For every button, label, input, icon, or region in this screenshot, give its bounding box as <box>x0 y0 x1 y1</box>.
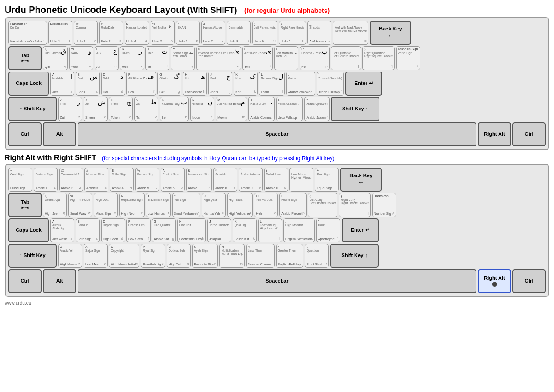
key[interactable]: &Ampersand Sign Arabic 7 7 <box>186 168 212 192</box>
key[interactable]: $Dollar Sign Arabic 4 4 <box>110 168 134 192</box>
key[interactable]: SSad س Seen s <box>76 72 100 96</box>
key[interactable]: _Shadda Alef Hamza - <box>307 21 331 45</box>
key[interactable]: DDigree Sign High Seen d <box>101 218 125 242</box>
key[interactable]: *Asterisk Arabic 8 8 <box>213 168 237 192</box>
key[interactable]: -Low-MinusHyphen-Minus - <box>289 168 313 192</box>
key[interactable]: PDamma - Pesh پ Peh p <box>300 46 329 70</box>
key[interactable]: EAS ع Ain e <box>95 46 119 70</box>
key[interactable]: ZThal ز Zain z <box>58 97 82 121</box>
key[interactable]: NGhunna ن Noon n <box>190 97 214 121</box>
key[interactable]: UHigh Qala Hamza Yeh u <box>202 193 226 217</box>
key[interactable]: {Left CurlyLeft Ornate Bracket [ <box>308 193 337 217</box>
key[interactable]: Caps Lock <box>8 72 49 96</box>
key[interactable]: DDdal د Dal d <box>101 72 125 96</box>
key[interactable]: YYen Sign Small Yehbaree y <box>172 193 200 217</box>
key[interactable]: (Left Parenthesis Urdu 9 9 <box>252 21 277 45</box>
key[interactable]: LRehmat Sign ل Laam l <box>259 72 285 96</box>
key[interactable]: Tab⇤⇥ <box>8 46 42 70</box>
key[interactable]: JDad ج Jeem j <box>208 72 232 96</box>
key[interactable]: SSala Lig. Safa Sign s <box>76 218 100 242</box>
key[interactable]: HOne Half Dochashmi Hey h <box>177 218 206 242</box>
key[interactable]: Ctrl <box>8 269 42 293</box>
key[interactable]: KQala Lig. Salish Kaf k <box>233 218 257 242</box>
key[interactable]: RRReh ر Reh r <box>120 46 144 70</box>
key[interactable]: ↑ Shift Key <box>8 244 57 268</box>
key[interactable]: %Percent Sign Arabic 5 5 <box>135 168 159 192</box>
key[interactable]: Alt <box>43 122 76 146</box>
key[interactable]: )Right Parenthesis Urdu 0 0 <box>279 21 306 45</box>
key[interactable]: BDotless Beh High Tah b <box>167 244 191 268</box>
key[interactable]: TTteh ت Teh t <box>145 46 169 70</box>
key[interactable]: Spacebar <box>78 269 476 293</box>
key[interactable]: $Hamza Isolated Urdu 4 4 <box>125 21 149 45</box>
key[interactable]: %Yeh Nukta ۓ Urdu 5 5 <box>151 21 175 45</box>
key[interactable]: MAlif Hamza Below م Meem m <box>216 97 247 121</box>
key[interactable]: GGhain گ Gaf g <box>157 72 181 96</box>
key[interactable]: }Right CurlyRight Ornate Bracket ] <box>339 193 371 217</box>
key[interactable]: RRegistered Sign High Noon r <box>119 193 144 217</box>
key[interactable]: Backslash Number Sign \ <box>372 193 396 217</box>
key[interactable]: ^SAAN Urdu 6 6 <box>176 21 200 45</box>
key[interactable]: Tab⇤⇥ <box>8 193 42 217</box>
key[interactable]: Enter ↵ <box>342 218 379 242</box>
key[interactable]: HHah ھ Dochashme h <box>183 72 207 96</box>
key[interactable]: UInverted Damma Ulta PeshYeh Hamza ئ u <box>196 46 241 70</box>
key[interactable]: CCopyright High Meem Initial c <box>109 244 139 268</box>
key[interactable]: NAyah Sign Footnote Sign n <box>192 244 218 268</box>
key[interactable]: IAlef Kada Zabar ی Yeh i <box>242 46 273 70</box>
key[interactable]: ZArabic Yeh High Meem z <box>58 244 82 268</box>
key[interactable]: Right Alt <box>478 122 511 146</box>
key[interactable]: Shift Key ↑ <box>330 244 379 268</box>
key[interactable]: }Right QuotationRight Square Bracket ] <box>362 46 395 70</box>
key[interactable]: Ctrl <box>8 122 42 146</box>
key[interactable]: Ctrl <box>512 122 546 146</box>
key[interactable]: ~Cent Sign RubelHigh <box>8 168 32 192</box>
key[interactable]: ?Question Front Slash / <box>305 244 329 268</box>
key[interactable]: &Hamza Above Urdu 7 7 <box>201 21 225 45</box>
key[interactable]: AControl Sign Arabic 6 6 <box>161 168 185 192</box>
key[interactable]: ↑ Shift Key <box>8 97 57 121</box>
key[interactable]: Shift Key ↑ <box>331 97 379 121</box>
key[interactable]: LLaamalf Lig.High Laamaif l <box>258 218 282 242</box>
key[interactable]: OTeh Marbuta Heh o <box>254 193 278 217</box>
key[interactable]: OTeh MarbutaHeh Gol ہ o <box>274 46 298 70</box>
key[interactable]: "Tatweel (Kashish) Arabic Fullstop ' <box>317 72 344 96</box>
key[interactable]: AMaddah ا Alef a <box>50 72 74 96</box>
key[interactable]: EHigh Dots Misra Sign e <box>94 193 118 217</box>
key[interactable]: YSanah SignYeh Barree ے y <box>171 46 195 70</box>
key[interactable]: Fathatah orDo Zer Kasratah or\nDo Zabar … <box>8 21 47 45</box>
key[interactable]: )Doted Line Arabic 0 0 <box>264 168 288 192</box>
key[interactable]: VRiyal Sign Bismillah Lig. v <box>141 244 165 268</box>
key[interactable]: AAuteraAllah Lig. Alef Wasla a <box>50 218 74 242</box>
key[interactable]: [Left QuotationLeft Square Bracket [ <box>331 46 361 70</box>
key[interactable]: Exclamation Urdu 1 1 <box>48 21 72 45</box>
key[interactable]: @Comma Urdu 2 2 <box>74 21 98 45</box>
key[interactable]: >Greater-Then English Fullstop . <box>276 244 304 268</box>
key[interactable]: "Qout Apostrophe ' <box>316 218 340 242</box>
key[interactable]: QUrdu Jazam ق Qaf q <box>43 46 68 70</box>
key[interactable]: IHigh Salla High Yehbaree i <box>227 193 253 217</box>
key[interactable]: <Less-Then Number Comma , <box>246 244 275 268</box>
key[interactable]: JThree Quarters Jalajalal j <box>207 218 231 242</box>
key[interactable]: Right Alt⚫ <box>478 269 511 293</box>
key[interactable]: XJeh ش Sheen x <box>84 97 108 121</box>
key[interactable]: VZah ط Tah v <box>134 97 158 121</box>
key[interactable]: Alt <box>43 269 76 293</box>
key[interactable]: MMultiplicationMuhammad Lig. m <box>219 244 245 268</box>
key[interactable]: KKhah ک Kaf k <box>234 72 258 96</box>
key[interactable]: +Plus Sign Equal Sign = <box>315 168 339 192</box>
key[interactable]: PPound Sign Arabic Percent p <box>279 193 306 217</box>
key[interactable]: :High Maddah English Semicolon ; <box>283 218 315 242</box>
key[interactable]: Back Key← <box>370 21 411 45</box>
key[interactable]: >Fatha of Zabar ۔ Urdu Fullstop . <box>276 97 303 121</box>
key[interactable]: TTrademark Sign Low Hamza t <box>146 193 171 217</box>
key[interactable]: BRazbalah Sign ب Beh b <box>160 97 189 121</box>
key[interactable]: @Commercial At Arabic 2 2 <box>59 168 83 192</box>
key[interactable]: QDotless Qaf High Jeem q <box>43 193 67 217</box>
key[interactable]: GOne Quarter Arabic Kaf g <box>152 218 176 242</box>
key[interactable]: *Dammatah Urdu 8 8 <box>227 21 251 45</box>
key[interactable]: Takhalus SignVerse Sign \ <box>396 46 420 70</box>
key[interactable]: XSajda Sign Low Meem x <box>84 244 108 268</box>
key[interactable]: Caps Lock <box>8 218 49 242</box>
key[interactable]: Ctrl <box>512 269 546 293</box>
